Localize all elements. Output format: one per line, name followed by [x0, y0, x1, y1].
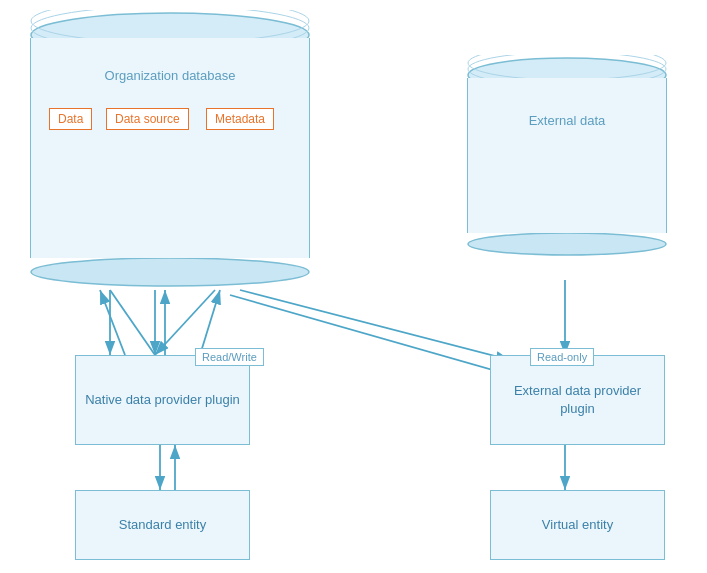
svg-line-5: [110, 290, 155, 355]
standard-entity-box: Standard entity: [75, 490, 250, 560]
native-provider-box: Native data provider plugin: [75, 355, 250, 445]
tag-metadata: Metadata: [206, 108, 274, 130]
tag-data: Data: [49, 108, 92, 130]
ext-db-label: External data: [529, 113, 606, 128]
ext-db-bottom: [467, 232, 667, 256]
org-database-cylinder: Organization database Data Data source M…: [30, 10, 310, 287]
org-db-bottom: [30, 257, 310, 287]
tag-datasource: Data source: [106, 108, 189, 130]
native-provider-label: Native data provider plugin: [85, 391, 240, 409]
external-provider-box: External data provider plugin: [490, 355, 665, 445]
read-write-badge: Read/Write: [195, 348, 264, 366]
read-only-badge: Read-only: [530, 348, 594, 366]
standard-entity-label: Standard entity: [119, 516, 206, 534]
external-provider-label: External data provider plugin: [499, 382, 656, 418]
org-db-label: Organization database: [105, 68, 236, 83]
svg-line-4: [155, 290, 215, 355]
svg-point-18: [31, 258, 309, 286]
svg-line-8: [200, 290, 220, 355]
svg-point-22: [468, 233, 666, 255]
diagram-container: Organization database Data Data source M…: [0, 0, 707, 573]
svg-line-10: [240, 290, 510, 360]
ext-database-cylinder: External data: [467, 55, 667, 256]
svg-line-6: [100, 290, 125, 355]
svg-line-11: [230, 295, 510, 375]
virtual-entity-label: Virtual entity: [542, 516, 613, 534]
virtual-entity-box: Virtual entity: [490, 490, 665, 560]
